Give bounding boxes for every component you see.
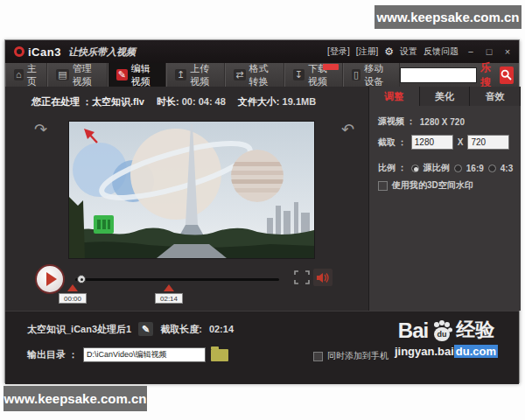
duration-label: 时长: — [157, 96, 179, 107]
tab-mobile-device-label: 移动设备 — [364, 62, 391, 88]
search-input[interactable] — [400, 67, 477, 83]
watermark-checkbox[interactable] — [378, 181, 388, 191]
crop-height-input[interactable] — [467, 135, 509, 150]
add-to-phone-checkbox[interactable] — [313, 352, 323, 361]
output-dir-row: 输出目录 ： — [27, 347, 228, 362]
trim-length-label: 截取长度: — [160, 323, 202, 336]
tab-home[interactable]: ⌂ 主页 — [5, 63, 47, 87]
maximize-button[interactable]: □ — [483, 46, 495, 57]
seek-handle[interactable] — [77, 275, 86, 284]
app-window: iCan3 让快乐带入视频 [登录] [注册] ⚙ 设置 反馈问题 − □ × … — [4, 39, 520, 383]
video-frame[interactable] — [69, 122, 314, 258]
tab-upload-videos-label: 上传视频 — [190, 62, 216, 88]
filesize-label: 文件大小: — [238, 96, 280, 107]
trim-end-marker[interactable] — [164, 284, 174, 291]
source-size-row: 源视频 ： 1280 X 720 — [378, 116, 465, 128]
watermark-bottom: www.keepsake.com.cn — [4, 386, 147, 411]
content-area: 您正在处理 ：太空知识.flv 时长: 00: 04: 48 文件大小: 19.… — [5, 87, 519, 311]
tab-home-label: 主页 — [27, 62, 39, 88]
source-size-value: 1280 X 720 — [420, 117, 465, 127]
ratio-4-3-radio[interactable] — [488, 164, 496, 172]
tab-format-convert[interactable]: ⇄ 格式转换 — [225, 63, 284, 87]
filesize-value: 19.1MB — [283, 96, 317, 107]
play-icon — [46, 272, 57, 286]
rotate-left-icon[interactable]: ↶ — [341, 120, 354, 139]
tab-edit-videos[interactable]: ✎ 编辑视频 — [108, 63, 166, 87]
baidu-paw-icon: du — [430, 318, 454, 343]
baidu-word-jingyan: 经验 — [456, 317, 494, 343]
panel-tab-effects[interactable]: 音效 — [470, 87, 521, 106]
pencil-icon: ✎ — [142, 324, 150, 335]
app-slogan: 让快乐带入视频 — [68, 46, 136, 59]
trim-start-time: 00:00 — [59, 293, 87, 304]
close-button[interactable]: × — [501, 46, 514, 57]
watermark-option-label: 使用我的3D空间水印 — [392, 179, 473, 192]
ratio-row: 比例 ： 源比例 16:9 4:3 — [378, 162, 513, 174]
tab-mobile-device[interactable]: ▯ 移动设备 — [343, 63, 400, 87]
search-area: 乐搜 — [400, 63, 519, 87]
source-size-label: 源视频 ： — [378, 116, 416, 128]
output-bar: 太空知识_iCan3处理后1 ✎ 截取长度: 02:14 输出目录 ： 同时添加… — [5, 311, 519, 384]
rotate-right-icon[interactable]: ↷ — [34, 120, 47, 139]
ratio-4-3-label: 4:3 — [500, 164, 513, 173]
main-tabbar: ⌂ 主页 ▤ 管理视频 ✎ 编辑视频 ↥ 上传视频 ⇄ 格式转换 ↧ — [5, 63, 519, 87]
panel-tab-adjust[interactable]: 调整 — [369, 87, 420, 106]
titlebar: iCan3 让快乐带入视频 [登录] [注册] ⚙ 设置 反馈问题 − □ × — [5, 40, 519, 63]
svg-text:du: du — [438, 330, 447, 339]
planet-saturn — [130, 129, 221, 220]
play-button[interactable] — [35, 264, 65, 294]
trim-end-time: 02:14 — [155, 293, 183, 304]
register-link[interactable]: [注册] — [356, 46, 379, 58]
edit-name-button[interactable]: ✎ — [138, 322, 153, 336]
ratio-16-9-radio[interactable] — [454, 164, 462, 172]
app-name: iCan3 — [28, 46, 61, 59]
browse-folder-button[interactable] — [211, 349, 228, 361]
planet-striped — [231, 150, 284, 202]
tall-trees-left — [69, 197, 85, 258]
tab-upload-videos[interactable]: ↥ 上传视频 — [166, 63, 225, 87]
manage-videos-icon: ▤ — [56, 69, 68, 80]
feedback-link[interactable]: 反馈问题 — [424, 46, 458, 58]
app-logo-icon — [14, 46, 24, 57]
trim-start-marker[interactable] — [67, 284, 78, 291]
ratio-source-radio[interactable] — [411, 164, 419, 172]
baidu-word-bai: Bai — [398, 318, 428, 343]
crop-width-input[interactable] — [411, 135, 453, 150]
editor-pane: 您正在处理 ：太空知识.flv 时长: 00: 04: 48 文件大小: 19.… — [5, 87, 368, 311]
download-videos-icon: ↧ — [293, 69, 304, 80]
volume-icon — [316, 272, 330, 284]
mobile-device-icon: ▯ — [352, 69, 360, 80]
output-dir-input[interactable] — [83, 347, 206, 362]
edit-videos-icon: ✎ — [116, 69, 128, 80]
panel-tab-beautify[interactable]: 美化 — [420, 87, 471, 106]
result-file-name: 太空知识_iCan3处理后1 — [27, 323, 131, 336]
page-background: www.keepsake.com.cn iCan3 让快乐带入视频 [登录] [… — [0, 0, 525, 420]
login-link[interactable]: [登录] — [327, 46, 350, 58]
minimize-button[interactable]: − — [465, 46, 477, 57]
settings-panel: 调整 美化 音效 源视频 ： 1280 X 720 截取 ： X 比例 ： — [368, 87, 521, 311]
tab-manage-videos[interactable]: ▤ 管理视频 — [47, 63, 107, 87]
trim-length-value: 02:14 — [209, 324, 234, 334]
result-row: 太空知识_iCan3处理后1 ✎ 截取长度: 02:14 — [27, 322, 234, 336]
settings-link[interactable]: 设置 — [400, 46, 417, 58]
volume-button[interactable] — [313, 269, 332, 286]
ratio-16-9-label: 16:9 — [466, 164, 484, 173]
search-engine-label: 乐搜 — [480, 60, 496, 90]
upload-videos-icon: ↥ — [175, 69, 186, 80]
format-convert-icon: ⇄ — [234, 69, 245, 80]
gear-icon[interactable]: ⚙ — [384, 46, 394, 58]
tab-download-videos[interactable]: ↧ 下载视频 — [284, 63, 343, 87]
search-button[interactable] — [500, 66, 514, 84]
baidu-url-plain: jingyan.bai — [395, 345, 454, 358]
fullscreen-button[interactable] — [294, 270, 310, 284]
seek-bar[interactable] — [75, 278, 279, 281]
duration-value: 00: 04: 48 — [182, 96, 226, 107]
crop-size-row: 截取 ： X — [378, 135, 509, 150]
ratio-source-label: 源比例 — [424, 162, 450, 174]
watermark-option-row: 使用我的3D空间水印 — [378, 179, 473, 192]
baidu-url: jingyan.baidu.com — [373, 345, 520, 358]
ratio-label: 比例 ： — [378, 162, 407, 174]
baidu-url-highlight: du.com — [454, 345, 498, 358]
tab-manage-videos-label: 管理视频 — [73, 62, 99, 88]
processing-label: 您正在处理 ： — [32, 96, 92, 107]
